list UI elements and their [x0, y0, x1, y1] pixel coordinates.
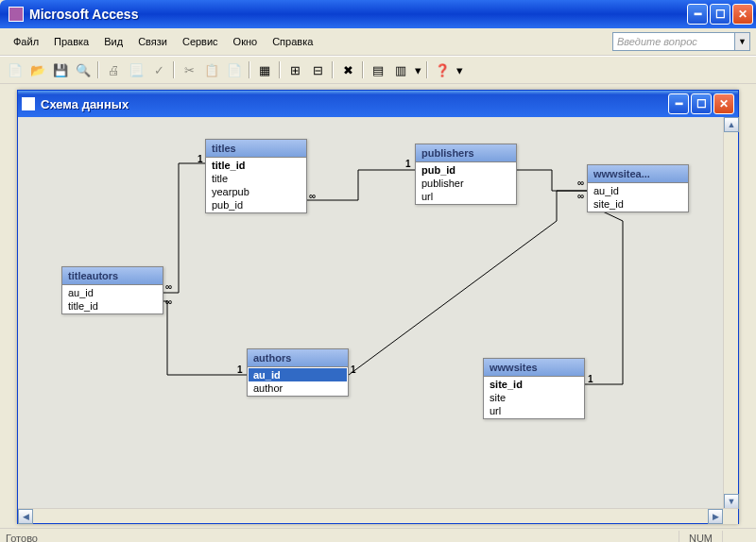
app-title: Microsoft Access — [29, 7, 687, 22]
scroll-corner — [723, 509, 738, 524]
cardinality-1: 1 — [198, 154, 203, 164]
menu-service[interactable]: Сервис — [175, 34, 226, 49]
status-empty — [722, 531, 750, 543]
field-site-id[interactable]: site_id — [485, 378, 583, 391]
field-url[interactable]: url — [417, 190, 515, 203]
table-header[interactable]: authors — [248, 349, 348, 367]
field-site[interactable]: site — [485, 391, 583, 404]
cardinality-1: 1 — [237, 364, 243, 375]
copy-icon: 📋 — [201, 59, 222, 80]
table-authors[interactable]: authors au_id author — [247, 348, 349, 397]
minimize-button[interactable]: ━ — [687, 4, 708, 25]
child-minimize-button[interactable]: ━ — [668, 93, 689, 114]
field-au-id[interactable]: au_id — [589, 184, 687, 197]
scroll-track-v[interactable] — [724, 132, 738, 494]
relationships-window: Схема данных ━ ☐ ✕ — [17, 90, 739, 524]
print-preview-icon: 📃 — [126, 59, 146, 80]
print-icon: 🖨 — [103, 59, 124, 80]
relations-icon[interactable]: ▥ — [390, 59, 411, 80]
save-icon[interactable]: 💾 — [50, 59, 71, 80]
scroll-track-h[interactable] — [33, 509, 708, 523]
cardinality-1: 1 — [588, 374, 593, 384]
cardinality-inf: ∞ — [577, 178, 584, 188]
menu-file[interactable]: Файл — [6, 34, 46, 49]
child-titlebar[interactable]: Схема данных ━ ☐ ✕ — [18, 91, 738, 117]
vertical-scrollbar[interactable]: ▲ ▼ — [723, 117, 738, 509]
scroll-down-icon[interactable]: ▼ — [724, 494, 739, 509]
child-window-icon — [22, 97, 35, 110]
cut-icon: ✂ — [179, 59, 199, 80]
menu-links[interactable]: Связи — [130, 34, 175, 49]
help-search-dropdown[interactable]: ▼ — [735, 32, 750, 51]
child-close-button[interactable]: ✕ — [713, 93, 734, 114]
main-titlebar: Microsoft Access ━ ☐ ✕ — [0, 0, 756, 28]
add-table-icon[interactable]: ▦ — [254, 59, 275, 80]
table-header[interactable]: wwwsitea... — [588, 165, 688, 183]
app-icon — [9, 7, 24, 22]
table-header[interactable]: titleautors — [62, 267, 163, 285]
field-yearpub[interactable]: yearpub — [207, 185, 305, 198]
spelling-icon: ✓ — [148, 59, 169, 80]
field-publisher[interactable]: publisher — [417, 177, 515, 190]
menubar: Файл Правка Вид Связи Сервис Окно Справк… — [0, 28, 756, 56]
help-dropdown-icon[interactable]: ▾ — [455, 59, 464, 80]
menu-window[interactable]: Окно — [226, 34, 266, 49]
field-title-id[interactable]: title_id — [207, 159, 305, 172]
status-ready: Готово — [6, 533, 679, 543]
horizontal-scrollbar[interactable]: ◀ ▶ — [18, 508, 738, 523]
scroll-left-icon[interactable]: ◀ — [18, 509, 33, 524]
table-wwwsiteauthors[interactable]: wwwsitea... au_id site_id — [587, 164, 689, 212]
table-titles[interactable]: titles title_id title yearpub pub_id — [205, 139, 307, 213]
table-wwwsites[interactable]: wwwsites site_id site url — [483, 358, 585, 419]
field-title[interactable]: title — [207, 172, 305, 185]
field-title-id[interactable]: title_id — [63, 299, 162, 313]
mdi-workspace: Схема данных ━ ☐ ✕ — [0, 84, 756, 528]
cardinality-inf: ∞ — [309, 191, 316, 201]
table-header[interactable]: publishers — [416, 144, 516, 162]
paste-icon: 📄 — [224, 59, 245, 80]
statusbar: Готово NUM — [0, 528, 756, 542]
show-direct-icon[interactable]: ⊞ — [284, 59, 305, 80]
table-titleautors[interactable]: titleautors au_id title_id — [61, 266, 163, 314]
menu-view[interactable]: Вид — [96, 34, 130, 49]
cardinality-1: 1 — [405, 159, 411, 169]
toolbar: 📄 📂 💾 🔍 🖨 📃 ✓ ✂ 📋 📄 ▦ ⊞ ⊟ ✖ ▤ ▥ ▾ ❓ ▾ — [0, 56, 756, 84]
child-window-title: Схема данных — [41, 97, 668, 111]
scroll-right-icon[interactable]: ▶ — [708, 509, 723, 524]
relationships-canvas[interactable]: 1 ∞ ∞ 1 ∞ ∞ 1 ∞ 1 1 titleautors au_id ti… — [18, 117, 725, 509]
scroll-up-icon[interactable]: ▲ — [724, 117, 739, 132]
status-num: NUM — [679, 531, 722, 543]
table-header[interactable]: wwwsites — [484, 359, 584, 377]
field-url[interactable]: url — [485, 404, 583, 417]
cardinality-inf: ∞ — [165, 296, 172, 307]
field-au-id[interactable]: au_id — [249, 368, 347, 381]
new-file-icon: 📄 — [5, 59, 26, 80]
layout-icon[interactable]: ▤ — [368, 59, 388, 80]
table-publishers[interactable]: publishers pub_id publisher url — [415, 144, 517, 205]
field-author[interactable]: author — [249, 381, 347, 395]
field-site-id[interactable]: site_id — [589, 197, 687, 211]
maximize-button[interactable]: ☐ — [710, 4, 730, 25]
field-au-id[interactable]: au_id — [63, 286, 162, 299]
cardinality-inf: ∞ — [165, 281, 172, 292]
menu-help[interactable]: Справка — [265, 34, 320, 49]
show-all-icon[interactable]: ⊟ — [307, 59, 328, 80]
delete-icon[interactable]: ✖ — [337, 59, 358, 80]
field-pub-id[interactable]: pub_id — [207, 198, 305, 212]
help-icon[interactable]: ❓ — [432, 59, 453, 80]
field-pub-id[interactable]: pub_id — [417, 163, 515, 177]
child-maximize-button[interactable]: ☐ — [691, 93, 712, 114]
menu-edit[interactable]: Правка — [46, 34, 96, 49]
table-header[interactable]: titles — [206, 140, 306, 158]
close-button[interactable]: ✕ — [732, 4, 753, 25]
help-search-input[interactable]: Введите вопрос — [612, 32, 735, 51]
relations-dropdown-icon[interactable]: ▾ — [413, 59, 422, 80]
search-icon[interactable]: 🔍 — [73, 59, 94, 80]
cardinality-1: 1 — [351, 364, 356, 375]
cardinality-inf: ∞ — [577, 191, 584, 201]
open-folder-icon[interactable]: 📂 — [27, 59, 48, 80]
